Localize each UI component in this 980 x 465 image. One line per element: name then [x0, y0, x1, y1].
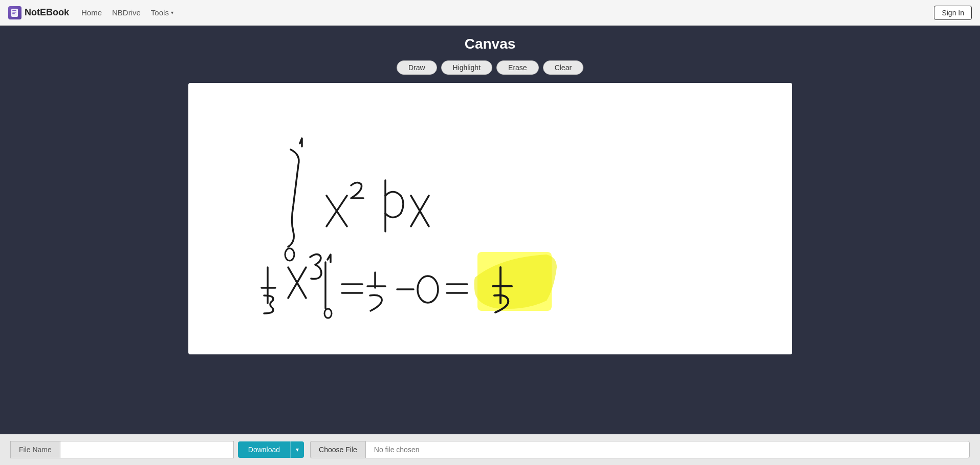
svg-rect-0	[11, 9, 18, 17]
chevron-down-icon: ▾	[171, 10, 173, 15]
integral-expression	[285, 138, 429, 261]
solution-expression	[262, 252, 557, 318]
no-file-chosen-text: No file chosen	[365, 441, 970, 458]
file-name-input[interactable]	[60, 441, 234, 458]
draw-button[interactable]: Draw	[397, 60, 437, 75]
nav-home[interactable]: Home	[81, 8, 102, 17]
svg-point-4	[285, 248, 294, 261]
drawing-canvas[interactable]	[188, 83, 792, 354]
nav-tools-dropdown[interactable]: Tools ▾	[151, 8, 173, 17]
svg-rect-2	[12, 12, 16, 13]
signin-button[interactable]: Sign In	[934, 6, 972, 20]
download-button[interactable]: Download	[238, 441, 290, 458]
toolbar: Draw Highlight Erase Clear	[397, 60, 583, 75]
clear-button[interactable]: Clear	[543, 60, 583, 75]
navbar: NotEBook Home NBDrive Tools ▾ Sign In	[0, 0, 980, 26]
page-title: Canvas	[465, 36, 516, 52]
choose-file-button[interactable]: Choose File	[310, 441, 365, 458]
svg-point-5	[324, 309, 332, 318]
bottom-bar: File Name Download ▾ Choose File No file…	[0, 434, 980, 465]
nav-nbdrive[interactable]: NBDrive	[112, 8, 141, 17]
svg-point-6	[418, 276, 438, 303]
nav-links: Home NBDrive Tools ▾	[81, 8, 934, 17]
main-content: Canvas Draw Highlight Erase Clear	[0, 26, 980, 434]
brand: NotEBook	[8, 6, 69, 19]
nav-tools-label: Tools	[151, 8, 169, 17]
brand-name: NotEBook	[25, 7, 69, 18]
download-dropdown-button[interactable]: ▾	[290, 441, 304, 458]
svg-rect-1	[12, 10, 16, 11]
svg-rect-3	[12, 13, 15, 14]
erase-button[interactable]: Erase	[496, 60, 539, 75]
brand-icon	[8, 6, 21, 19]
file-name-label: File Name	[10, 441, 60, 458]
download-btn-group: Download ▾	[238, 441, 304, 458]
highlight-button[interactable]: Highlight	[441, 60, 492, 75]
